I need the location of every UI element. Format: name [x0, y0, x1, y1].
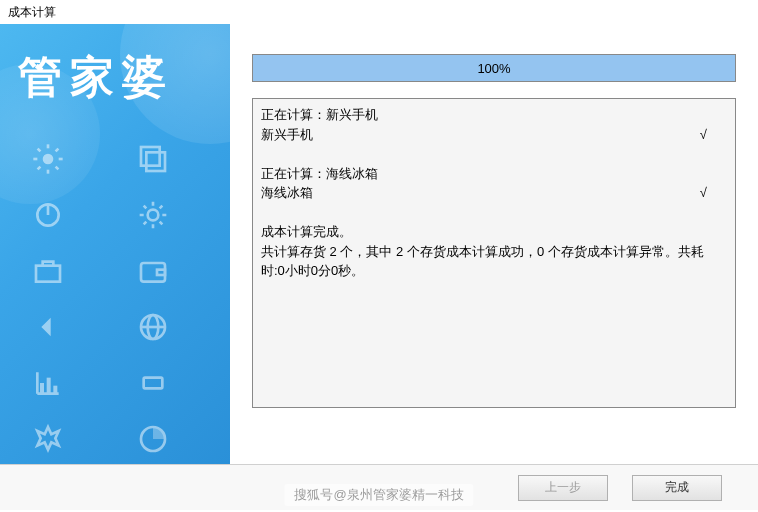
power-icon [30, 197, 66, 233]
log-output[interactable]: 正在计算：新兴手机新兴手机√ 正在计算：海线冰箱海线冰箱√ 成本计算完成。共计算… [252, 98, 736, 408]
main-panel: 100% 正在计算：新兴手机新兴手机√ 正在计算：海线冰箱海线冰箱√ 成本计算完… [230, 24, 758, 464]
content-area: 管家婆 100% 正在计算：新兴手机新兴手机√ 正在计算：海 [0, 24, 758, 464]
progress-text: 100% [253, 55, 735, 81]
svg-rect-22 [144, 378, 163, 389]
log-line [261, 144, 727, 164]
svg-line-5 [38, 149, 41, 152]
log-line: 成本计算完成。 [261, 222, 727, 242]
chart-icon [30, 365, 66, 401]
stack-icon [135, 141, 171, 177]
svg-rect-19 [40, 383, 44, 394]
log-line: 共计算存货 2 个，其中 2 个存货成本计算成功，0 个存货成本计算异常。共耗时… [261, 242, 727, 281]
finish-button[interactable]: 完成 [632, 475, 722, 501]
svg-rect-15 [157, 270, 165, 275]
svg-rect-20 [47, 378, 51, 394]
brand-logo: 管家婆 [0, 24, 230, 131]
svg-point-0 [43, 154, 54, 165]
wallet-icon [135, 253, 171, 289]
sidebar-icon-grid [0, 131, 230, 464]
back-arrow-icon [30, 309, 66, 345]
label-icon [135, 365, 171, 401]
button-bar: 上一步 完成 [0, 464, 758, 510]
sidebar: 管家婆 [0, 24, 230, 464]
log-line: 海线冰箱√ [261, 183, 727, 203]
svg-line-7 [38, 167, 41, 170]
pie-icon [135, 421, 171, 457]
gear-icon [135, 197, 171, 233]
globe-icon [135, 309, 171, 345]
log-text: 海线冰箱 [261, 183, 313, 203]
window-title-bar: 成本计算 [0, 0, 758, 24]
check-icon: √ [700, 125, 727, 145]
check-icon: √ [700, 183, 727, 203]
svg-line-8 [56, 149, 59, 152]
svg-rect-21 [53, 386, 57, 394]
log-line: 正在计算：海线冰箱 [261, 164, 727, 184]
star-icon [30, 421, 66, 457]
svg-rect-9 [141, 147, 160, 166]
svg-line-6 [56, 167, 59, 170]
log-text: 新兴手机 [261, 125, 313, 145]
prev-button: 上一步 [518, 475, 608, 501]
progress-bar: 100% [252, 54, 736, 82]
svg-rect-14 [141, 263, 165, 282]
briefcase-icon [30, 253, 66, 289]
log-line [261, 203, 727, 223]
svg-rect-10 [146, 152, 165, 171]
sun-icon [30, 141, 66, 177]
log-line: 正在计算：新兴手机 [261, 105, 727, 125]
window-title: 成本计算 [8, 5, 56, 19]
svg-rect-13 [36, 266, 60, 282]
log-line: 新兴手机√ [261, 125, 727, 145]
